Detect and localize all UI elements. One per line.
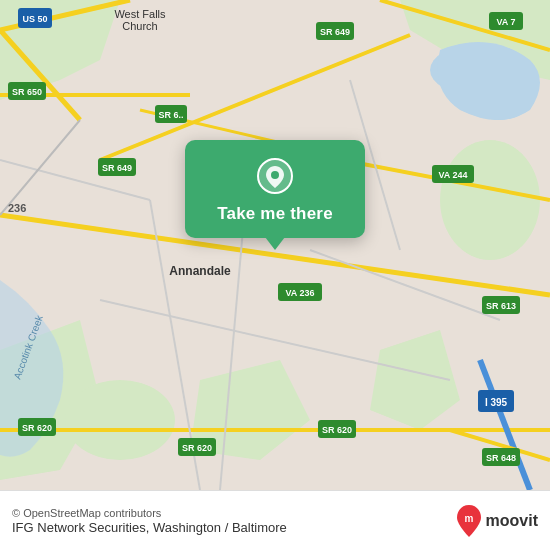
svg-text:VA 236: VA 236 — [285, 288, 314, 298]
svg-text:SR 648: SR 648 — [486, 453, 516, 463]
svg-text:West Falls: West Falls — [114, 8, 166, 20]
svg-text:Church: Church — [122, 20, 157, 32]
svg-text:SR 6..: SR 6.. — [158, 110, 183, 120]
svg-text:SR 620: SR 620 — [182, 443, 212, 453]
bottom-bar: © OpenStreetMap contributors IFG Network… — [0, 490, 550, 550]
svg-text:SR 613: SR 613 — [486, 301, 516, 311]
svg-text:VA 7: VA 7 — [496, 17, 515, 27]
svg-point-6 — [440, 140, 540, 260]
popup-label: Take me there — [217, 204, 333, 224]
svg-text:Annandale: Annandale — [169, 264, 231, 278]
svg-line-26 — [0, 120, 80, 215]
place-info: IFG Network Securities, Washington / Bal… — [12, 520, 447, 535]
svg-point-5 — [65, 380, 175, 460]
svg-text:US 50: US 50 — [22, 14, 47, 24]
svg-text:m: m — [464, 513, 473, 524]
svg-text:VA 244: VA 244 — [438, 170, 467, 180]
svg-text:I 395: I 395 — [485, 397, 508, 408]
svg-line-18 — [480, 360, 530, 490]
svg-text:SR 650: SR 650 — [12, 87, 42, 97]
svg-text:SR 620: SR 620 — [322, 425, 352, 435]
location-pin-icon — [257, 158, 293, 194]
take-me-there-popup[interactable]: Take me there — [185, 140, 365, 238]
moovit-logo: m moovit — [455, 504, 538, 538]
svg-text:236: 236 — [8, 202, 26, 214]
place-name: IFG Network Securities, — [12, 520, 149, 535]
place-region: Washington / Baltimore — [153, 520, 287, 535]
svg-text:SR 649: SR 649 — [102, 163, 132, 173]
svg-text:SR 649: SR 649 — [320, 27, 350, 37]
svg-text:SR 620: SR 620 — [22, 423, 52, 433]
map-view: I 395 US 50 SR 650 SR 649 SR 649 SR 6.. … — [0, 0, 550, 490]
moovit-pin-icon: m — [455, 504, 483, 538]
copyright-text: © OpenStreetMap contributors — [12, 507, 447, 519]
moovit-brand-text: moovit — [486, 512, 538, 530]
svg-point-61 — [271, 171, 279, 179]
